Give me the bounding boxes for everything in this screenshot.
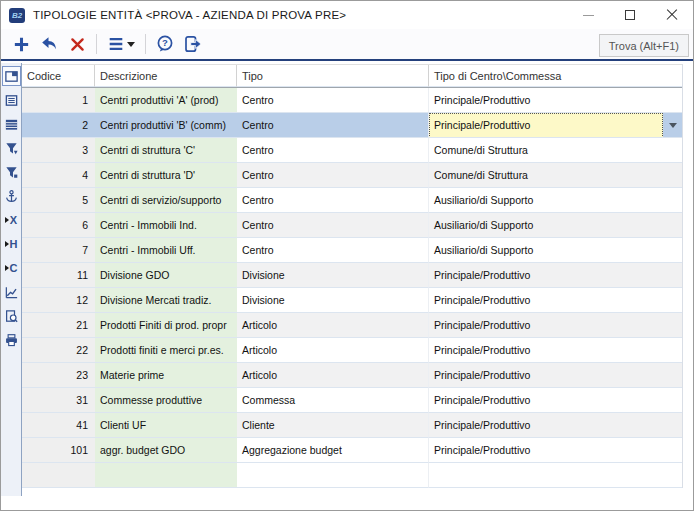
cell-codice[interactable]: 3 [22, 138, 95, 163]
cell-tipo[interactable]: Centro [237, 163, 429, 188]
table-row-selected[interactable]: 2 Centri produttivi 'B' (comm) Centro Pr… [22, 113, 682, 138]
table-row[interactable]: 1 Centri produttivi 'A' (prod) Centro Pr… [22, 88, 682, 113]
cell-descrizione[interactable]: Materie prime [95, 363, 237, 388]
cell-descrizione[interactable]: Centri produttivi 'A' (prod) [95, 88, 237, 113]
cell-tipo[interactable] [237, 463, 429, 488]
cell-descrizione[interactable]: Centri di servizio/supporto [95, 188, 237, 213]
minimize-button[interactable] [567, 1, 609, 29]
sidebar-item-print-preview[interactable] [2, 306, 21, 326]
cell-codice[interactable]: 2 [22, 113, 95, 138]
cell-descrizione[interactable]: Commesse produttive [95, 388, 237, 413]
table-row[interactable]: 31 Commesse produttive Commessa Principa… [22, 388, 682, 413]
undo-button[interactable] [35, 31, 63, 57]
cell-codice[interactable]: 23 [22, 363, 95, 388]
trova-button[interactable]: Trova (Alt+F1) [599, 34, 689, 57]
column-header-codice[interactable]: Codice [22, 65, 95, 87]
table-row[interactable]: 3 Centri di struttura 'C' Centro Comune/… [22, 138, 682, 163]
table-row[interactable]: 5 Centri di servizio/supporto Centro Aus… [22, 188, 682, 213]
exit-button[interactable] [179, 31, 207, 57]
table-row[interactable]: 7 Centri - Immobili Uff. Centro Ausiliar… [22, 238, 682, 263]
cell-tipo-centro[interactable]: Principale/Produttivo [429, 338, 682, 363]
sidebar-item-list-view[interactable] [2, 90, 21, 110]
cell-codice[interactable]: 31 [22, 388, 95, 413]
cell-descrizione[interactable]: Prodotti finiti e merci pr.es. [95, 338, 237, 363]
cell-tipo-centro[interactable]: Principale/Produttivo [429, 263, 682, 288]
table-row[interactable]: 21 Prodotti Finiti di prod. propr Artico… [22, 313, 682, 338]
cell-descrizione[interactable]: Clienti UF [95, 413, 237, 438]
sidebar-item-filter[interactable] [2, 138, 21, 158]
cell-tipo[interactable]: Divisione [237, 263, 429, 288]
cell-codice[interactable]: 11 [22, 263, 95, 288]
sidebar-item-jump-x[interactable]: X [2, 210, 21, 230]
cell-codice[interactable]: 5 [22, 188, 95, 213]
table-row[interactable]: 41 Clienti UF Cliente Principale/Produtt… [22, 413, 682, 438]
table-row[interactable]: 12 Divisione Mercati tradiz. Divisione P… [22, 288, 682, 313]
cell-tipo-centro[interactable]: Principale/Produttivo [429, 413, 682, 438]
sidebar-item-anchor[interactable] [2, 186, 21, 206]
cell-tipo-centro[interactable] [429, 463, 682, 488]
table-row[interactable]: 4 Centri di struttura 'D' Centro Comune/… [22, 163, 682, 188]
cell-codice[interactable] [22, 463, 95, 488]
cell-tipo[interactable]: Articolo [237, 313, 429, 338]
help-button[interactable]: ? [151, 31, 179, 57]
table-row[interactable]: 22 Prodotti finiti e merci pr.es. Artico… [22, 338, 682, 363]
cell-tipo-centro[interactable]: Principale/Produttivo [429, 288, 682, 313]
menu-button[interactable] [102, 31, 140, 57]
column-header-tipo[interactable]: Tipo [237, 65, 429, 87]
sidebar-item-form-view[interactable] [2, 66, 21, 86]
cell-codice[interactable]: 41 [22, 413, 95, 438]
cell-tipo[interactable]: Commessa [237, 388, 429, 413]
cell-tipo[interactable]: Centro [237, 188, 429, 213]
column-header-descrizione[interactable]: Descrizione [95, 65, 237, 87]
cell-descrizione[interactable]: Divisione GDO [95, 263, 237, 288]
tipo-centro-combo-editor[interactable]: Principale/Produttivo [429, 113, 663, 138]
cell-descrizione[interactable]: Centri produttivi 'B' (comm) [95, 113, 237, 138]
cell-tipo[interactable]: Centro [237, 138, 429, 163]
cell-tipo-centro[interactable]: Comune/di Struttura [429, 163, 682, 188]
sidebar-item-jump-h[interactable]: H [2, 234, 21, 254]
cell-descrizione[interactable]: Centri - Immobili Uff. [95, 238, 237, 263]
sidebar-item-print[interactable] [2, 330, 21, 350]
cell-descrizione[interactable]: Divisione Mercati tradiz. [95, 288, 237, 313]
cell-descrizione[interactable]: Prodotti Finiti di prod. propr [95, 313, 237, 338]
cell-codice[interactable]: 7 [22, 238, 95, 263]
cell-tipo[interactable]: Articolo [237, 363, 429, 388]
cell-tipo[interactable]: Cliente [237, 413, 429, 438]
cell-descrizione[interactable]: Centri di struttura 'C' [95, 138, 237, 163]
table-row[interactable]: 6 Centri - Immobili Ind. Centro Ausiliar… [22, 213, 682, 238]
sidebar-item-jump-c[interactable]: C [2, 258, 21, 278]
combo-dropdown-button[interactable] [663, 113, 682, 138]
cell-tipo-centro[interactable]: Principale/Produttivo [429, 438, 682, 463]
sidebar-item-table-view[interactable] [2, 114, 21, 134]
cell-descrizione[interactable]: Centri di struttura 'D' [95, 163, 237, 188]
add-button[interactable] [7, 31, 35, 57]
cell-tipo[interactable]: Aggregazione budget [237, 438, 429, 463]
column-header-tipo-centro[interactable]: Tipo di Centro\Commessa [429, 65, 682, 87]
table-row[interactable]: 11 Divisione GDO Divisione Principale/Pr… [22, 263, 682, 288]
cell-tipo[interactable]: Articolo [237, 338, 429, 363]
cell-tipo-centro[interactable]: Principale/Produttivo [429, 88, 682, 113]
maximize-button[interactable] [609, 1, 651, 29]
cell-tipo-centro[interactable]: Principale/Produttivo [429, 363, 682, 388]
cell-tipo-centro[interactable]: Principale/Produttivo [429, 388, 682, 413]
cell-tipo[interactable]: Centro [237, 238, 429, 263]
cell-descrizione[interactable]: aggr. budget GDO [95, 438, 237, 463]
cell-tipo-centro[interactable]: Ausiliario/di Supporto [429, 213, 682, 238]
cell-tipo-centro[interactable]: Comune/di Struttura [429, 138, 682, 163]
table-row[interactable]: 23 Materie prime Articolo Principale/Pro… [22, 363, 682, 388]
cell-descrizione[interactable] [95, 463, 237, 488]
table-row[interactable]: 101 aggr. budget GDO Aggregazione budget… [22, 438, 682, 463]
sidebar-item-filter-edit[interactable] [2, 162, 21, 182]
cell-codice[interactable]: 6 [22, 213, 95, 238]
cell-codice[interactable]: 4 [22, 163, 95, 188]
cell-tipo[interactable]: Divisione [237, 288, 429, 313]
delete-button[interactable] [63, 31, 91, 57]
table-row-empty[interactable] [22, 463, 682, 488]
cell-tipo-centro[interactable]: Ausiliario/di Supporto [429, 238, 682, 263]
cell-tipo-centro[interactable]: Ausiliario/di Supporto [429, 188, 682, 213]
cell-codice[interactable]: 101 [22, 438, 95, 463]
cell-codice[interactable]: 21 [22, 313, 95, 338]
cell-tipo-centro[interactable]: Principale/Produttivo [429, 313, 682, 338]
cell-codice[interactable]: 12 [22, 288, 95, 313]
cell-codice[interactable]: 1 [22, 88, 95, 113]
